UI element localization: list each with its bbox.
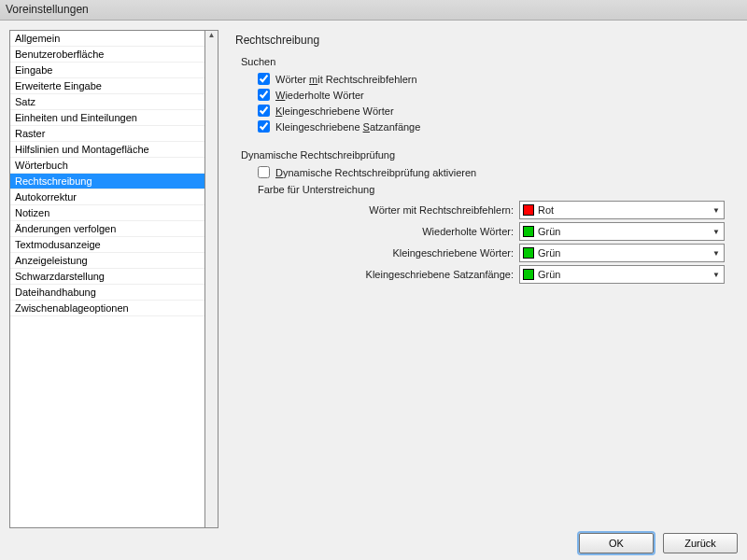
underline-color-select[interactable]: Grün▼ xyxy=(519,265,725,284)
underline-color-row: Wiederholte Wörter:Grün▼ xyxy=(258,222,728,241)
sidebar-item[interactable]: Allgemein xyxy=(10,31,204,47)
sidebar-item[interactable]: Notizen xyxy=(10,205,204,221)
chevron-down-icon: ▼ xyxy=(712,271,720,279)
underline-color-label: Wörter mit Rechtschreibfehlern: xyxy=(258,204,519,216)
search-option-row: Kleingeschriebene Satzanfänge xyxy=(258,120,728,133)
underline-color-row: Kleingeschriebene Wörter:Grün▼ xyxy=(258,244,728,262)
color-swatch-icon xyxy=(523,247,534,259)
dynamic-group-title: Dynamische Rechtschreibprüfung xyxy=(241,149,728,161)
search-option-checkbox[interactable] xyxy=(258,89,270,101)
color-value: Grün xyxy=(538,226,560,237)
sidebar-item[interactable]: Rechtschreibung xyxy=(10,174,204,189)
search-option-checkbox[interactable] xyxy=(258,120,270,133)
underline-color-title: Farbe für Unterstreichung xyxy=(258,184,728,195)
search-option-row: Wiederholte Wörter xyxy=(258,89,728,101)
underline-color-label: Kleingeschriebene Satzanfänge: xyxy=(258,269,519,280)
preferences-window: Voreinstellungen AllgemeinBenutzeroberfl… xyxy=(0,0,747,560)
sidebar-scrollbar[interactable]: ▲ xyxy=(205,30,218,528)
search-option-label: Kleingeschriebene Wörter xyxy=(275,105,394,117)
dialog-footer: OK Zurück xyxy=(0,532,747,560)
ok-button[interactable]: OK xyxy=(579,533,654,553)
underline-color-label: Wiederholte Wörter: xyxy=(258,226,519,237)
page-title: Rechtschreibung xyxy=(235,34,728,47)
search-option-row: Kleingeschriebene Wörter xyxy=(258,105,728,117)
sidebar-item[interactable]: Autokorrektur xyxy=(10,189,204,205)
underline-color-row: Wörter mit Rechtschreibfehlern:Rot▼ xyxy=(258,201,728,219)
sidebar-item[interactable]: Änderungen verfolgen xyxy=(10,221,204,237)
color-value: Grün xyxy=(538,269,560,280)
chevron-down-icon: ▼ xyxy=(712,249,720,258)
chevron-down-icon: ▼ xyxy=(712,206,720,215)
underline-color-label: Kleingeschriebene Wörter: xyxy=(258,247,519,259)
sidebar-item[interactable]: Schwarzdarstellung xyxy=(10,269,204,285)
search-option-label: Wiederholte Wörter xyxy=(275,90,364,101)
search-group: Suchen Wörter mit RechtschreibfehlernWie… xyxy=(241,56,728,133)
search-option-label: Kleingeschriebene Satzanfänge xyxy=(275,121,420,133)
sidebar-item[interactable]: Satz xyxy=(10,94,204,110)
sidebar-item[interactable]: Hilfslinien und Montagefläche xyxy=(10,142,204,158)
dynamic-group: Dynamische Rechtschreibprüfung Dynamisch… xyxy=(241,149,728,284)
search-option-checkbox[interactable] xyxy=(258,73,270,85)
underline-color-row: Kleingeschriebene Satzanfänge:Grün▼ xyxy=(258,265,728,284)
underline-color-select[interactable]: Grün▼ xyxy=(519,222,725,241)
content-area: AllgemeinBenutzeroberflächeEingabeErweit… xyxy=(0,21,747,532)
back-button[interactable]: Zurück xyxy=(663,533,738,553)
sidebar-item[interactable]: Textmodusanzeige xyxy=(10,237,204,253)
sidebar-wrap: AllgemeinBenutzeroberflächeEingabeErweit… xyxy=(9,30,218,528)
color-swatch-icon xyxy=(523,204,534,216)
activate-dynamic-checkbox-row: Dynamische Rechtschreibprüfung aktiviere… xyxy=(258,166,728,178)
sidebar-item[interactable]: Einheiten und Einteilungen xyxy=(10,110,204,126)
sidebar-item[interactable]: Eingabe xyxy=(10,63,204,78)
window-title: Voreinstellungen xyxy=(0,0,747,21)
sidebar-item[interactable]: Raster xyxy=(10,126,204,142)
sidebar-item[interactable]: Benutzeroberfläche xyxy=(10,47,204,63)
sidebar-item[interactable]: Erweiterte Eingabe xyxy=(10,78,204,94)
chevron-down-icon: ▼ xyxy=(712,228,720,236)
sidebar-item[interactable]: Dateihandhabung xyxy=(10,285,204,301)
color-value: Grün xyxy=(538,247,560,259)
underline-color-select[interactable]: Rot▼ xyxy=(519,201,725,219)
search-option-row: Wörter mit Rechtschreibfehlern xyxy=(258,73,728,85)
scroll-up-icon[interactable]: ▲ xyxy=(205,31,218,39)
activate-dynamic-label: Dynamische Rechtschreibprüfung aktiviere… xyxy=(275,167,476,178)
underline-color-select[interactable]: Grün▼ xyxy=(519,244,725,262)
activate-dynamic-checkbox[interactable] xyxy=(258,166,270,178)
search-group-title: Suchen xyxy=(241,56,728,67)
sidebar-item[interactable]: Anzeigeleistung xyxy=(10,253,204,269)
sidebar-item[interactable]: Wörterbuch xyxy=(10,158,204,174)
search-option-label: Wörter mit Rechtschreibfehlern xyxy=(275,74,417,85)
main-panel: Rechtschreibung Suchen Wörter mit Rechts… xyxy=(226,30,738,528)
sidebar-item[interactable]: Zwischenablageoptionen xyxy=(10,301,204,316)
search-option-checkbox[interactable] xyxy=(258,105,270,117)
color-swatch-icon xyxy=(523,269,534,280)
category-list[interactable]: AllgemeinBenutzeroberflächeEingabeErweit… xyxy=(9,30,205,528)
color-value: Rot xyxy=(538,204,554,216)
color-swatch-icon xyxy=(523,226,534,237)
